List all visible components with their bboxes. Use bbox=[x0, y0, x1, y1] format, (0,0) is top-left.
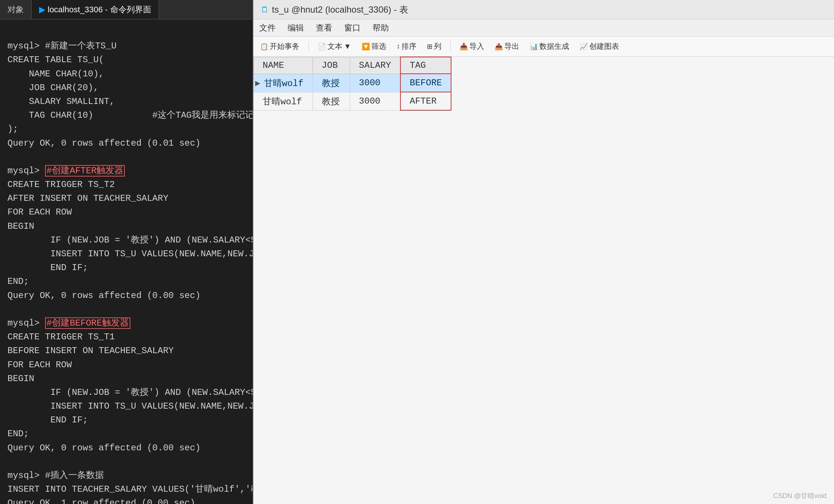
table-area: NAME JOB SALARY TAG ▶ 甘晴wolf 教授 3000 BEF… bbox=[253, 57, 834, 504]
line-23: BEGIN bbox=[7, 374, 34, 384]
line-16: END IF; bbox=[7, 263, 88, 273]
sep-2 bbox=[450, 41, 451, 52]
line-1: mysql> #新建一个表TS_U bbox=[7, 41, 117, 51]
chart-label: 创建图表 bbox=[589, 41, 619, 51]
terminal-label: localhost_3306 - 命令列界面 bbox=[48, 4, 151, 15]
line-21: BEFORE INSERT ON TEACHER_SALARY bbox=[7, 346, 174, 356]
tab-objects[interactable]: 对象 bbox=[0, 0, 32, 19]
line-27: END; bbox=[7, 429, 29, 439]
line-2: CREATE TABLE TS_U( bbox=[7, 55, 104, 65]
line-10: CREATE TRIGGER TS_T2 bbox=[7, 180, 115, 190]
line-blank-1 bbox=[7, 152, 13, 162]
btn-text[interactable]: 📄 文本 ▼ bbox=[315, 40, 354, 53]
line-9: mysql> #创建AFTER触发器 bbox=[7, 165, 125, 177]
begin-tx-icon: 📋 bbox=[260, 42, 268, 51]
btn-datagen[interactable]: 📊 数据生成 bbox=[527, 40, 572, 53]
menu-view[interactable]: 查看 bbox=[314, 22, 334, 34]
col-salary[interactable]: SALARY bbox=[350, 57, 400, 74]
cell-job-2: 教授 bbox=[313, 92, 350, 110]
btn-begin-tx[interactable]: 📋 开始事务 bbox=[257, 40, 302, 53]
right-title: ts_u @hnut2 (localhost_3306) - 表 bbox=[272, 4, 408, 16]
import-icon: 📥 bbox=[460, 42, 468, 51]
line-19: mysql> #创建BEFORE触发器 bbox=[7, 317, 130, 329]
line-7: ); bbox=[7, 124, 18, 134]
line-blank-2 bbox=[7, 304, 13, 314]
line-26: END IF; bbox=[7, 415, 88, 425]
terminal-icon: ▶ bbox=[39, 5, 45, 15]
tab-bar: 对象 ▶ localhost_3306 - 命令列界面 bbox=[0, 0, 253, 19]
line-28: Query OK, 0 rows affected (0.00 sec) bbox=[7, 443, 200, 453]
col-job[interactable]: JOB bbox=[313, 57, 350, 74]
filter-icon: 🔽 bbox=[362, 42, 370, 51]
col-tag[interactable]: TAG bbox=[400, 57, 451, 74]
sep-1 bbox=[308, 41, 309, 52]
objects-label: 对象 bbox=[7, 4, 24, 15]
text-label: 文本 bbox=[327, 41, 342, 51]
line-15: INSERT INTO TS_U VALUES(NEW.NAME,NEW.JOB… bbox=[7, 249, 253, 259]
line-22: FOR EACH ROW bbox=[7, 360, 72, 370]
table-row[interactable]: 甘晴wolf 教授 3000 AFTER bbox=[254, 92, 451, 110]
btn-chart[interactable]: 📈 创建图表 bbox=[577, 40, 622, 53]
line-13: BEGIN bbox=[7, 221, 34, 231]
line-3: NAME CHAR(10), bbox=[7, 69, 104, 79]
cell-salary-2: 3000 bbox=[350, 92, 400, 110]
text-icon: 📄 bbox=[318, 42, 326, 51]
table-icon: 🗒 bbox=[261, 5, 269, 15]
line-17: END; bbox=[7, 276, 29, 286]
row-arrow-icon: ▶ bbox=[255, 79, 260, 87]
terminal-content[interactable]: mysql> #新建一个表TS_U CREATE TABLE TS_U( NAM… bbox=[0, 19, 253, 504]
cell-tag-1: BEFORE bbox=[400, 74, 451, 92]
terminal-panel: 对象 ▶ localhost_3306 - 命令列界面 mysql> #新建一个… bbox=[0, 0, 253, 504]
datagen-icon: 📊 bbox=[530, 42, 538, 51]
menu-help[interactable]: 帮助 bbox=[370, 22, 391, 34]
export-icon: 📤 bbox=[495, 42, 503, 51]
line-8: Query OK, 0 rows affected (0.01 sec) bbox=[7, 138, 200, 148]
column-icon: ⊞ bbox=[427, 42, 432, 51]
line-4: JOB CHAR(20), bbox=[7, 83, 99, 93]
line-5: SALARY SMALLINT, bbox=[7, 96, 115, 107]
line-blank-3 bbox=[7, 457, 13, 467]
btn-filter[interactable]: 🔽 筛选 bbox=[359, 40, 389, 53]
datagen-label: 数据生成 bbox=[539, 41, 569, 51]
sort-icon: ↕ bbox=[397, 42, 400, 50]
toolbar: 📋 开始事务 📄 文本 ▼ 🔽 筛选 ↕ 排序 ⊞ 列 📥 导入 📤 导出 bbox=[253, 37, 834, 57]
line-29: mysql> #插入一条数据 bbox=[7, 470, 104, 481]
cell-tag-2: AFTER bbox=[400, 92, 451, 110]
menu-bar: 文件 编辑 查看 窗口 帮助 bbox=[253, 19, 834, 37]
tab-terminal[interactable]: ▶ localhost_3306 - 命令列界面 bbox=[32, 0, 159, 19]
line-24: IF (NEW.JOB = '教授') AND (NEW.SALARY<5000… bbox=[7, 387, 253, 397]
watermark: CSDN @甘晴void bbox=[773, 491, 827, 500]
table-row[interactable]: ▶ 甘晴wolf 教授 3000 BEFORE bbox=[254, 74, 451, 92]
cell-name-2: 甘晴wolf bbox=[254, 92, 313, 110]
btn-export[interactable]: 📤 导出 bbox=[492, 40, 522, 53]
text-dropdown-icon: ▼ bbox=[344, 42, 351, 51]
line-14: IF (NEW.JOB = '教授') AND (NEW.SALARY<5000… bbox=[7, 235, 253, 245]
cell-job-1: 教授 bbox=[313, 74, 350, 92]
menu-edit[interactable]: 编辑 bbox=[285, 22, 306, 34]
export-label: 导出 bbox=[504, 41, 519, 51]
line-25: INSERT INTO TS_U VALUES(NEW.NAME,NEW.JOB… bbox=[7, 401, 253, 411]
table-panel: 🗒 ts_u @hnut2 (localhost_3306) - 表 文件 编辑… bbox=[253, 0, 834, 504]
line-11: AFTER INSERT ON TEACHER_SALARY bbox=[7, 193, 168, 203]
menu-file[interactable]: 文件 bbox=[257, 22, 278, 34]
column-label: 列 bbox=[434, 41, 441, 51]
filter-label: 筛选 bbox=[371, 41, 386, 51]
line-18: Query OK, 0 rows affected (0.00 sec) bbox=[7, 291, 200, 301]
line-31: Query OK, 1 row affected (0.00 sec) bbox=[7, 498, 195, 504]
right-title-bar: 🗒 ts_u @hnut2 (localhost_3306) - 表 bbox=[253, 0, 834, 19]
btn-sort[interactable]: ↕ 排序 bbox=[394, 40, 419, 53]
begin-tx-label: 开始事务 bbox=[270, 41, 299, 51]
line-30: INSERT INTO TEACHER_SALARY VALUES('甘晴wol… bbox=[7, 484, 253, 494]
import-label: 导入 bbox=[469, 41, 484, 51]
col-name[interactable]: NAME bbox=[254, 57, 313, 74]
chart-icon: 📈 bbox=[580, 42, 588, 51]
line-12: FOR EACH ROW bbox=[7, 207, 72, 217]
line-20: CREATE TRIGGER TS_T1 bbox=[7, 332, 115, 342]
line-6: TAG CHAR(10) #这个TAG我是用来标记记录的产生顺序 bbox=[7, 110, 253, 120]
cell-salary-1: 3000 bbox=[350, 74, 400, 92]
menu-window[interactable]: 窗口 bbox=[342, 22, 363, 34]
cell-name-1: ▶ 甘晴wolf bbox=[254, 74, 313, 92]
btn-import[interactable]: 📥 导入 bbox=[457, 40, 487, 53]
btn-column[interactable]: ⊞ 列 bbox=[424, 40, 444, 53]
sort-label: 排序 bbox=[402, 41, 416, 51]
